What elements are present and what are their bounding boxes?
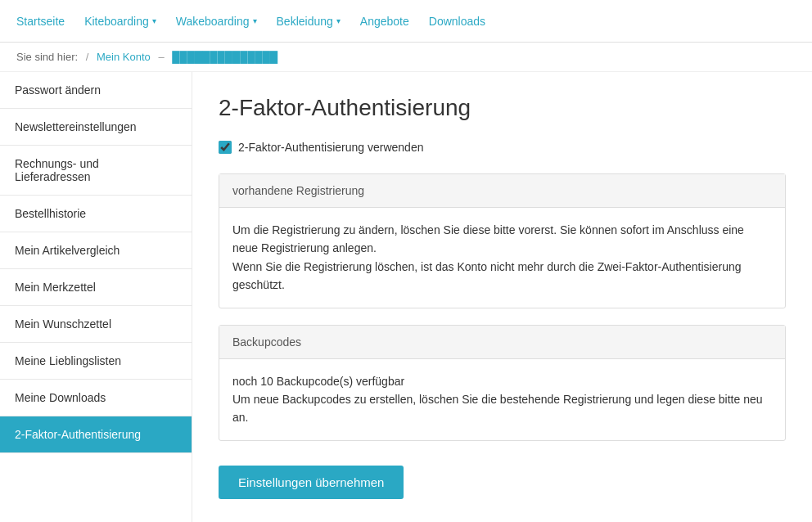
registration-panel-header: vorhandene Registrierung (219, 174, 785, 208)
nav-kiteboarding[interactable]: Kiteboarding ▾ (84, 15, 156, 28)
sidebar-item-artikelvergleich[interactable]: Mein Artikelvergleich (0, 232, 192, 269)
backup-text-2: Um neue Backupcodes zu erstellen, lösche… (232, 390, 772, 427)
sidebar-item-bestellhistorie[interactable]: Bestellhistorie (0, 196, 192, 232)
breadcrumb: Sie sind hier: / Mein Konto – ██████████… (0, 43, 812, 72)
breadcrumb-separator: / (86, 51, 89, 63)
content-area: 2-Faktor-Authentisierung 2-Faktor-Authen… (192, 72, 812, 522)
sidebar-item-wunschzettel[interactable]: Mein Wunschzettel (0, 306, 192, 343)
2fa-checkbox-label[interactable]: 2-Faktor-Authentisierung verwenden (238, 141, 423, 154)
registration-text-1: Um die Registrierung zu ändern, löschen … (232, 221, 772, 258)
breadcrumb-link[interactable]: Mein Konto (97, 51, 151, 63)
sidebar: Passwort ändern Newslettereinstellungen … (0, 72, 192, 522)
breadcrumb-current: ██████████████ (172, 51, 277, 63)
registration-panel: vorhandene Registrierung Um die Registri… (219, 173, 786, 308)
nav-downloads[interactable]: Downloads (429, 15, 485, 28)
sidebar-item-passwort[interactable]: Passwort ändern (0, 72, 192, 109)
registration-panel-body: Um die Registrierung zu ändern, löschen … (219, 208, 785, 308)
page-title: 2-Faktor-Authentisierung (219, 95, 786, 121)
sidebar-item-lieblingslisten[interactable]: Meine Lieblingslisten (0, 343, 192, 380)
2fa-checkbox[interactable] (219, 141, 232, 154)
chevron-down-icon: ▾ (253, 16, 257, 25)
backup-text-1: noch 10 Backupcode(s) verfügbar (232, 372, 772, 390)
breadcrumb-base: Sie sind hier: (16, 51, 78, 63)
sidebar-item-2fa[interactable]: 2-Faktor-Authentisierung (0, 416, 192, 453)
nav-startseite[interactable]: Startseite (16, 15, 65, 28)
main-layout: Passwort ändern Newslettereinstellungen … (0, 72, 812, 522)
sidebar-item-newsletter[interactable]: Newslettereinstellungen (0, 109, 192, 146)
2fa-checkbox-row: 2-Faktor-Authentisierung verwenden (219, 141, 786, 154)
nav-wakeboarding[interactable]: Wakeboarding ▾ (176, 15, 257, 28)
backup-panel: Backupcodes noch 10 Backupcode(s) verfüg… (219, 325, 786, 441)
backup-panel-header: Backupcodes (219, 326, 785, 359)
backup-panel-body: noch 10 Backupcode(s) verfügbar Um neue … (219, 359, 785, 440)
nav-bekleidung[interactable]: Bekleidung ▾ (277, 15, 341, 28)
sidebar-item-downloads[interactable]: Meine Downloads (0, 380, 192, 416)
chevron-down-icon: ▾ (336, 16, 341, 25)
main-nav: Startseite Kiteboarding ▾ Wakeboarding ▾… (0, 0, 812, 43)
chevron-down-icon: ▾ (152, 16, 156, 25)
save-settings-button[interactable]: Einstellungen übernehmen (219, 466, 404, 499)
breadcrumb-separator2: – (158, 51, 164, 63)
sidebar-item-merkzettel[interactable]: Mein Merkzettel (0, 269, 192, 306)
registration-text-2: Wenn Sie die Registrierung löschen, ist … (232, 258, 772, 295)
nav-angebote[interactable]: Angebote (360, 15, 409, 28)
sidebar-item-rechnungen[interactable]: Rechnungs- und Lieferadressen (0, 146, 192, 196)
